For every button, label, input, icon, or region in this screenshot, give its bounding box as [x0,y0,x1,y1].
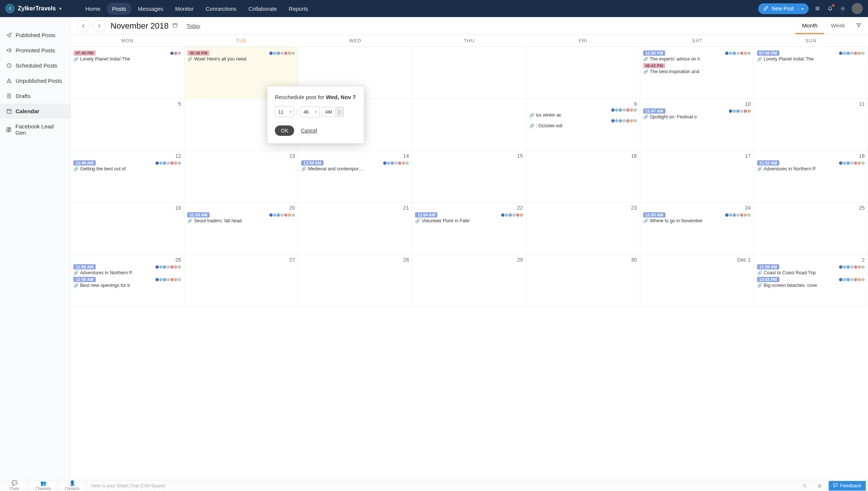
post-item[interactable]: 11:59 AM🔗Coast to Coast Road Trip [757,264,865,275]
sidebar-item-scheduled-posts[interactable]: Scheduled Posts [0,58,70,73]
day-cell[interactable]: 16 [526,151,640,202]
sidebar-item-promoted-posts[interactable]: Promoted Posts [0,43,70,58]
day-cell[interactable]: 2211:54 AM🔗Volunteer Point in Falkl [412,203,526,254]
day-cell[interactable]: 07:49 PM🔗Lonely Planet India! The [70,47,184,98]
day-cell[interactable]: Dec 1 [640,255,754,306]
minute-select[interactable]: 46 [300,106,319,117]
day-cell[interactable]: 1411:50 AM🔗Medieval and contempor… [298,151,412,202]
svg-rect-4 [173,24,177,27]
nav-item-home[interactable]: Home [80,3,105,15]
day-cell[interactable]: 28 [298,255,412,306]
new-post-dropdown[interactable]: ▾ [798,7,803,11]
day-cell[interactable]: 9🔗iss winter ac🔗: October edi [526,99,640,150]
sidebar-item-drafts[interactable]: Drafts [0,88,70,104]
post-item[interactable]: 🔗: October edi [529,119,637,128]
day-cell[interactable] [412,99,526,150]
post-item[interactable]: 06:38 PM🔗Wow! Here's all you need [187,50,295,62]
time-badge: 11:56 AM [73,277,96,282]
g-channel-dot [170,265,174,269]
day-cell[interactable]: 1811:52 AM🔗Adventures in Northern P [754,151,868,202]
nav-item-collaborate[interactable]: Collaborate [243,3,282,15]
am-option[interactable]: AM [322,107,335,117]
pi-channel-dot [747,109,751,113]
pi-channel-dot [630,119,633,122]
nav-item-monitor[interactable]: Monitor [170,3,199,15]
cancel-button[interactable]: Cancel [301,128,317,134]
nav-item-posts[interactable]: Posts [107,3,131,15]
avatar[interactable] [852,3,863,14]
post-item[interactable]: 11:55 AM🔗Where to go in November [643,212,751,223]
ok-button[interactable]: OK [275,125,294,136]
post-item[interactable]: 11:47 AM🔗Spotlight on: Festival o [643,108,751,120]
day-cell[interactable]: 211:59 AM🔗Coast to Coast Road Trip12:02 … [754,255,868,306]
sidebar-item-facebook-lead-gen[interactable]: Facebook Lead Gen [0,119,70,140]
day-cell[interactable]: 2411:55 AM🔗Where to go in November [640,203,754,254]
filter-icon[interactable] [856,23,861,29]
nav-item-messages[interactable]: Messages [133,3,168,15]
ampm-toggle[interactable]: AM || [322,107,344,117]
post-item[interactable]: 11:56 AM🔗Adventures in Northern P [73,264,181,275]
day-cell[interactable]: 12:00 PM🔗The experts' advice on h06:42 P… [640,47,754,98]
view-tab-week[interactable]: Week [824,18,852,34]
brand[interactable]: Z ZylkerTravels ▾ [5,4,62,13]
li-channel-dot [733,213,736,217]
post-item[interactable]: 07:49 PM🔗Lonely Planet India! The [757,50,865,62]
gear-icon[interactable] [839,5,846,12]
day-cell[interactable]: 5 [70,99,184,150]
post-item[interactable]: 07:49 PM🔗Lonely Planet India! The [73,50,181,62]
day-cell[interactable]: 07:49 PM🔗Lonely Planet India! The [754,47,868,98]
footer-tab-chats[interactable]: 💬Chats [0,479,29,491]
post-item[interactable]: 11:56 AM🔗Best new openings for tr [73,277,181,288]
day-cell[interactable]: 17 [640,151,754,202]
next-month-button[interactable] [93,20,105,32]
post-item[interactable]: 11:49 AM🔗Getting the best out of [73,160,181,171]
smartchat-input[interactable]: Here is your Smart Chat (Ctrl+Space) [87,483,799,488]
feedback-button[interactable]: Feedback [829,481,866,491]
post-item[interactable]: 11:50 AM🔗Medieval and contempor… [301,160,409,171]
day-cell[interactable]: 11 [754,99,868,150]
list-icon[interactable] [814,5,821,12]
nav-item-reports[interactable]: Reports [283,3,313,15]
sidebar-item-calendar[interactable]: Calendar [0,104,70,119]
day-cell[interactable]: 2011:53 AM🔗Seoul traders: fall head [184,203,298,254]
day-cell[interactable]: 1211:49 AM🔗Getting the best out of [70,151,184,202]
new-post-button[interactable]: New Post ▾ [758,3,809,14]
day-cell[interactable]: 2611:56 AM🔗Adventures in Northern P11:56… [70,255,184,306]
nav-item-connections[interactable]: Connections [200,3,241,15]
day-cell[interactable] [412,47,526,98]
post-item[interactable]: 12:00 PM🔗The experts' advice on h [643,50,751,62]
post-item[interactable]: 🔗iss winter ac [529,108,637,118]
chevron-down-icon[interactable]: ▾ [59,6,62,11]
x-channel-dot [861,278,865,281]
sidebar-item-published-posts[interactable]: Published Posts [0,27,70,43]
footer-tab-channels[interactable]: 👥Channels [29,479,58,491]
day-cell[interactable]: 21 [298,203,412,254]
day-cell[interactable]: 30 [526,255,640,306]
day-cell[interactable]: 27 [184,255,298,306]
bell-icon[interactable] [826,5,834,12]
link-icon: 🔗 [301,167,306,171]
hour-select[interactable]: 11 [275,106,294,117]
post-item[interactable]: 11:53 AM🔗Seoul traders: fall head [187,212,295,223]
prev-month-button[interactable] [77,20,90,32]
day-cell[interactable]: 29 [412,255,526,306]
post-item[interactable]: 11:52 AM🔗Adventures in Northern P [757,160,865,171]
post-item[interactable]: 12:02 PM🔗Big-screen beaches: cove [757,277,865,288]
day-cell[interactable]: 15 [412,151,526,202]
help-icon[interactable]: ? [814,482,826,490]
today-link[interactable]: Today [187,23,200,29]
day-cell[interactable]: 23 [526,203,640,254]
sidebar-item-unpublished-posts[interactable]: Unpublished Posts [0,73,70,88]
day-cell[interactable]: 25 [754,203,868,254]
day-cell[interactable]: 13 [184,151,298,202]
day-cell[interactable]: 1011:47 AM🔗Spotlight on: Festival o [640,99,754,150]
day-cell[interactable] [526,47,640,98]
calendar-picker-icon[interactable] [172,23,178,29]
day-cell[interactable]: 19 [70,203,184,254]
footer-tab-contacts[interactable]: 👤Contacts [58,479,87,491]
post-item[interactable]: 06:42 PM🔗The best inspiration and [643,63,751,74]
post-item[interactable]: 11:54 AM🔗Volunteer Point in Falkl [415,212,523,223]
view-tab-month[interactable]: Month [795,18,824,34]
search-icon[interactable] [799,482,811,490]
pm-option[interactable]: || [335,107,343,117]
